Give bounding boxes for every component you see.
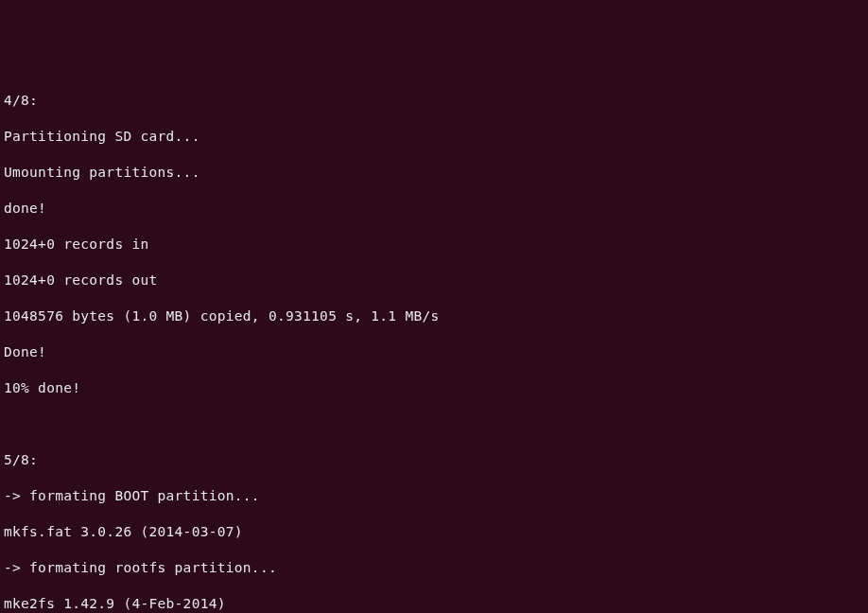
terminal-line: 1024+0 records out [4, 271, 864, 289]
terminal-line: mkfs.fat 3.0.26 (2014-03-07) [4, 523, 864, 541]
terminal-line: Done! [4, 343, 864, 361]
terminal-line: -> formating rootfs partition... [4, 559, 864, 577]
terminal-line [4, 415, 864, 433]
terminal-output: 4/8: Partitioning SD card... Umounting p… [4, 74, 864, 613]
terminal-line: Umounting partitions... [4, 164, 864, 182]
terminal-line: 5/8: [4, 451, 864, 469]
terminal-line: 4/8: [4, 92, 864, 110]
terminal-line: Partitioning SD card... [4, 128, 864, 146]
terminal-line: 10% done! [4, 379, 864, 397]
terminal-line: 1024+0 records in [4, 236, 864, 254]
terminal-line: done! [4, 200, 864, 218]
terminal-line: 1048576 bytes (1.0 MB) copied, 0.931105 … [4, 307, 864, 325]
terminal-line: -> formating BOOT partition... [4, 487, 864, 505]
terminal-line: mke2fs 1.42.9 (4-Feb-2014) [4, 595, 864, 613]
